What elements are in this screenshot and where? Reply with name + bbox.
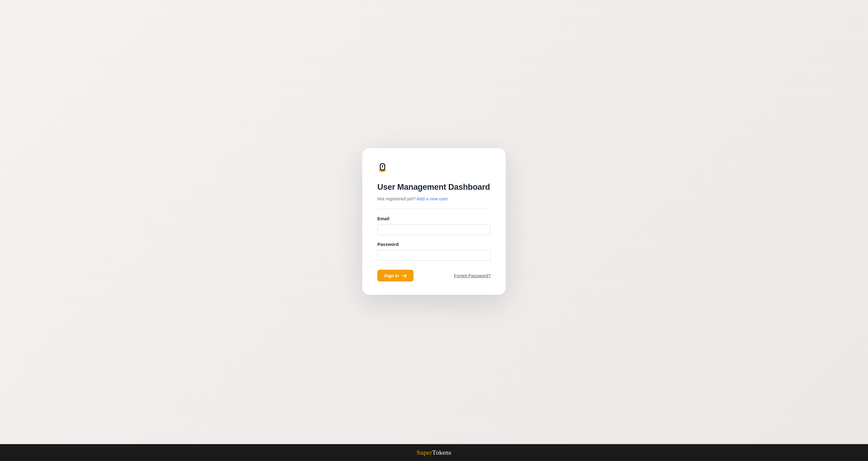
page-container: User Management Dashboard Not registered…	[0, 0, 868, 461]
login-card: User Management Dashboard Not registered…	[362, 148, 506, 295]
email-field[interactable]	[377, 224, 491, 235]
signin-button-label: Sign In	[384, 273, 399, 278]
email-label: Email	[377, 216, 491, 221]
page-title: User Management Dashboard	[377, 182, 491, 192]
svg-rect-3	[382, 166, 383, 168]
footer-brand-first: Super	[417, 449, 433, 457]
logo-container	[377, 163, 491, 174]
divider	[377, 208, 491, 209]
signin-button[interactable]: Sign In	[377, 270, 413, 282]
footer-brand: SuperTokens	[417, 449, 452, 457]
password-field[interactable]	[377, 250, 491, 261]
password-form-group: Password	[377, 242, 491, 261]
form-actions: Sign In Forgot Password?	[377, 270, 491, 282]
forgot-password-link[interactable]: Forgot Password?	[454, 273, 491, 278]
footer: SuperTokens	[0, 444, 868, 461]
add-new-user-link[interactable]: Add a new user	[416, 196, 448, 201]
footer-brand-second: Tokens	[432, 449, 451, 457]
register-prefix: Not registered yet?	[377, 196, 416, 201]
supertokens-logo-icon	[377, 163, 388, 173]
password-label: Password	[377, 242, 491, 247]
email-form-group: Email	[377, 216, 491, 235]
register-prompt: Not registered yet? Add a new user	[377, 196, 491, 201]
main-content: User Management Dashboard Not registered…	[0, 0, 868, 461]
arrow-right-icon	[402, 273, 407, 278]
